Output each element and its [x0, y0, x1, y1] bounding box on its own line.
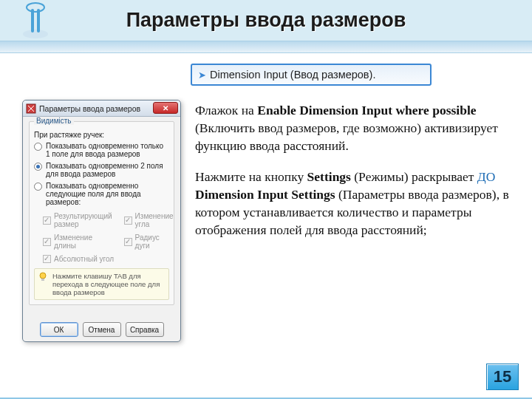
lightbulb-icon [38, 272, 48, 282]
checkbox-icon [124, 238, 132, 246]
checkbox-absolute-angle[interactable]: Абсолютный угол [34, 255, 174, 263]
close-icon: ✕ [163, 104, 168, 112]
checkbox-length-change[interactable]: Изменение длины [34, 233, 112, 250]
radio-icon [34, 163, 42, 171]
cancel-button[interactable]: Отмена [83, 322, 121, 337]
radio-icon [34, 143, 42, 151]
checkbox-icon [43, 216, 51, 225]
callout-text: Dimension Input (Ввод размеров). [210, 69, 375, 81]
checkbox-icon [124, 216, 132, 225]
radio-option-1[interactable]: Показывать одновременно только 1 поле дл… [34, 142, 169, 158]
sub-label: При растяжке ручек: [34, 131, 169, 139]
paragraph-1: Флажок на Enable Dimension Input where p… [195, 101, 510, 154]
hint-box: Нажмите клавишу TAB для перехода в следу… [34, 268, 169, 300]
hint-text: Нажмите клавишу TAB для перехода в следу… [52, 272, 160, 296]
checkbox-icon [43, 255, 51, 263]
radio-icon [34, 183, 42, 191]
app-icon [26, 103, 36, 114]
paragraph-2: Нажмите на кнопку Settings (Режимы) раск… [195, 168, 510, 239]
checkbox-arc-radius[interactable]: Радиус дуги [115, 233, 174, 250]
page-number-badge: 15 [486, 364, 519, 390]
checkbox-result-size[interactable]: Результирующий размер [34, 212, 112, 228]
radio-option-3[interactable]: Показывать одновременно следующие поля д… [34, 182, 169, 206]
radio-option-2[interactable]: Показывать одновременно 2 поля для ввода… [34, 162, 169, 178]
checkbox-angle-change[interactable]: Изменение угла [115, 212, 174, 228]
dialog-titlebar: Параметры ввода размеров ✕ [23, 100, 180, 117]
dialog-window: Параметры ввода размеров ✕ Видимість При… [22, 100, 181, 342]
dialog-title: Параметры ввода размеров [39, 104, 140, 113]
svg-point-5 [40, 273, 46, 279]
close-button[interactable]: ✕ [153, 102, 178, 114]
visibility-group: Видимість При растяжке ручек: Показывать… [29, 121, 174, 305]
svg-rect-6 [41, 279, 44, 281]
checkbox-icon [43, 238, 51, 246]
body-text: Флажок на Enable Dimension Input where p… [195, 101, 510, 252]
group-label: Видимість [34, 117, 74, 125]
callout-box: ➤ Dimension Input (Ввод размеров). [191, 64, 432, 86]
help-button[interactable]: Справка [126, 322, 164, 337]
slide-title: Параметры ввода размеров [0, 9, 532, 32]
chevron-right-icon: ➤ [198, 69, 206, 81]
ok-button[interactable]: ОК [40, 322, 78, 337]
